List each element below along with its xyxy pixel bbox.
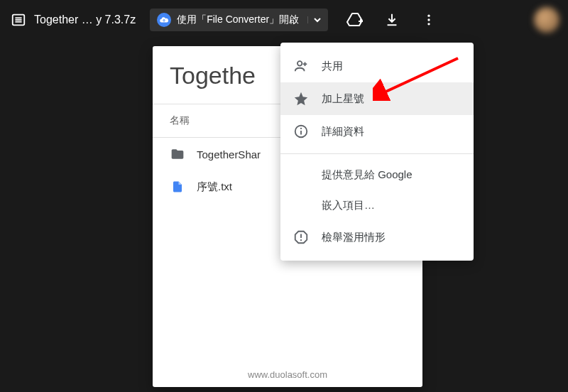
menu-item-embed[interactable]: 嵌入項目… xyxy=(280,190,474,221)
menu-item-label: 嵌入項目… xyxy=(322,199,375,212)
list-item-label: 序號.txt xyxy=(197,180,232,194)
menu-item-label: 提供意見給 Google xyxy=(322,168,413,182)
download-icon[interactable] xyxy=(382,10,402,30)
info-icon xyxy=(293,124,309,139)
more-options-icon[interactable] xyxy=(419,10,439,30)
menu-item-share[interactable]: 共用 xyxy=(280,50,474,82)
menu-item-details[interactable]: 詳細資料 xyxy=(280,115,474,148)
menu-separator xyxy=(280,153,474,154)
menu-item-label: 詳細資料 xyxy=(322,125,364,138)
card-footer: www.duolasoft.com xyxy=(153,369,422,380)
menu-item-label: 共用 xyxy=(322,60,343,73)
file-title: Together … y 7.3.7z xyxy=(34,13,136,26)
folder-icon xyxy=(170,146,185,162)
cloud-app-icon xyxy=(157,13,171,27)
svg-point-16 xyxy=(300,239,302,241)
menu-item-feedback[interactable]: 提供意見給 Google xyxy=(280,160,474,190)
person-add-icon xyxy=(293,58,309,74)
list-item-label: TogetherShar xyxy=(197,148,261,160)
svg-point-9 xyxy=(297,61,302,65)
context-menu: 共用 加上星號 詳細資料 提供意見給 Google 嵌入項目… 檢舉濫用情形 xyxy=(280,43,474,261)
open-with-caret-icon[interactable] xyxy=(307,16,321,23)
report-icon xyxy=(293,229,309,245)
menu-item-label: 檢舉濫用情形 xyxy=(322,231,386,244)
svg-point-8 xyxy=(427,23,430,25)
menu-item-report[interactable]: 檢舉濫用情形 xyxy=(280,221,474,254)
svg-point-6 xyxy=(427,15,430,17)
list-view-icon[interactable] xyxy=(9,10,28,30)
svg-point-14 xyxy=(300,128,302,129)
open-with-label: 使用「File Converter」開啟 xyxy=(177,13,299,26)
svg-point-7 xyxy=(427,18,430,21)
open-with-chip[interactable]: 使用「File Converter」開啟 xyxy=(150,9,328,31)
topbar: Together … y 7.3.7z 使用「File Converter」開啟 xyxy=(0,0,568,40)
add-to-drive-icon[interactable] xyxy=(345,10,365,30)
star-icon xyxy=(293,91,309,107)
file-icon xyxy=(170,179,185,195)
menu-item-label: 加上星號 xyxy=(322,92,364,106)
menu-item-star[interactable]: 加上星號 xyxy=(280,82,474,115)
avatar[interactable] xyxy=(534,7,559,33)
